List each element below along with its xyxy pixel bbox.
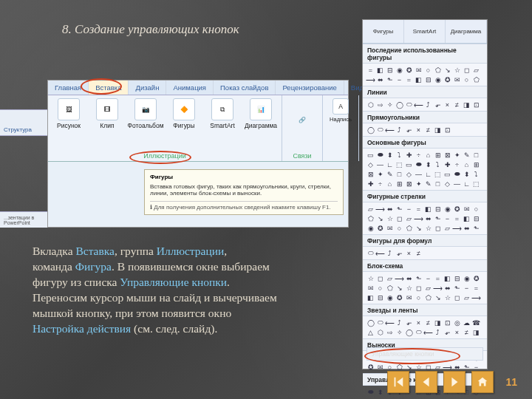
bt-8: Переносим курсор мыши на слайд и вычерчи…	[33, 291, 277, 304]
cmd-textbox-label: Надпись	[330, 116, 352, 123]
shape-glyph: ⟶	[415, 214, 423, 222]
shape-glyph: △	[366, 328, 375, 336]
bt-3: ,	[224, 245, 227, 257]
bt-h2: Иллюстрации	[157, 245, 225, 257]
ribbon-screenshot: Главная Вставка Дизайн Анимация Показ сл…	[47, 80, 349, 228]
shape-glyph: ⬭	[415, 328, 423, 336]
shape-glyph: ⬐	[434, 100, 442, 109]
shapes-section-body: ⬭⟵⤴⬐×≠	[363, 247, 487, 259]
shape-glyph: ✉	[453, 75, 461, 83]
shape-glyph: ⊟	[472, 214, 480, 222]
shape-glyph: ☆	[405, 284, 413, 292]
shape-glyph: ⬠	[366, 214, 375, 222]
shape-glyph: ⬌	[386, 205, 394, 213]
shape-glyph: ⤵	[472, 170, 480, 178]
cmd-chart-label: Диаграмма	[245, 122, 277, 129]
shape-glyph: ≠	[463, 328, 471, 336]
shape-glyph: ✪	[472, 274, 480, 282]
group-illustrations-label: Иллюстрации	[51, 151, 279, 160]
shape-glyph: −	[472, 363, 480, 371]
shape-glyph: ✉	[376, 363, 384, 371]
tab-animation: Анимация	[166, 81, 214, 95]
shape-glyph: ⬑	[395, 205, 403, 213]
outline-tab: Структура	[0, 109, 47, 136]
cmd-clip-label: Клип	[100, 122, 114, 129]
shape-glyph: ⌂	[386, 180, 394, 188]
shape-glyph: ⬑	[386, 75, 394, 83]
shape-glyph: ◉	[463, 274, 471, 282]
shapes-section-body: ☆◻▱⟶⬌⬑−=◧⊟◉✪✉○⬠↘☆◻▱⟶⬌⬑−=◧⊟◉✪✉○⬠↘☆◻▱⟶	[363, 272, 487, 304]
shape-glyph: ⬑	[415, 274, 423, 282]
shape-glyph: ≠	[453, 100, 461, 109]
bt-10: (см. след. слайд).	[134, 322, 217, 335]
shape-glyph: ◻	[434, 224, 442, 232]
shapes-section: Блок-схема☆◻▱⟶⬌⬑−=◧⊟◉✪✉○⬠↘☆◻▱⟶⬌⬑−=◧⊟◉✪✉○…	[363, 259, 487, 304]
shape-glyph: ◻	[376, 274, 384, 282]
shape-glyph: □	[472, 151, 480, 159]
shape-glyph: ▭	[443, 170, 451, 178]
shape-glyph: ◯	[366, 318, 375, 327]
shape-glyph: ⊟	[424, 75, 432, 83]
bt-4: команда	[33, 260, 75, 273]
first-button[interactable]	[387, 371, 409, 393]
shape-glyph: ⬑	[434, 214, 442, 222]
shape-glyph: ⬚	[472, 180, 480, 188]
shape-glyph: ⊡	[472, 100, 480, 109]
shape-glyph: ×	[415, 318, 423, 327]
shape-glyph: ▱	[463, 293, 471, 301]
shape-glyph: ⬭	[405, 100, 413, 109]
tab-home: Главная	[48, 81, 89, 95]
shape-glyph: ○	[415, 293, 423, 301]
shape-glyph: ⤴	[434, 328, 442, 336]
bt-1: Вкладка	[33, 245, 75, 257]
shape-glyph: ◻	[395, 214, 403, 222]
shape-glyph: ⟶	[443, 363, 451, 371]
shape-glyph: −	[463, 284, 471, 292]
shape-glyph: ⬠	[405, 224, 413, 232]
shape-glyph: ✚	[405, 151, 413, 159]
home-button[interactable]	[471, 371, 494, 393]
shape-glyph: ⇨	[376, 100, 384, 109]
shape-glyph: ◇	[443, 180, 451, 188]
shape-glyph: ◨	[434, 126, 442, 134]
shape-glyph: −	[443, 214, 451, 222]
shape-glyph: ⬌	[405, 274, 413, 282]
cmd-picture-label: Рисунок	[57, 122, 81, 129]
shape-glyph: =	[434, 274, 442, 282]
cmd-clip: 🎞Клип	[89, 98, 125, 129]
shape-glyph: ◧	[415, 75, 423, 83]
shape-glyph: ⬑	[463, 363, 471, 371]
shape-glyph: ☆	[443, 293, 451, 301]
shape-glyph: ◧	[376, 66, 384, 74]
shape-glyph: ⟶	[376, 205, 384, 213]
cmd-shapes-label: Фигуры	[173, 122, 194, 129]
tab-design: Дизайн	[129, 81, 166, 95]
arrow-right-icon	[448, 375, 461, 389]
group-links: 🔗 Связи	[282, 95, 323, 161]
shape-glyph: ✪	[395, 293, 403, 301]
shape-glyph: ✎	[424, 180, 432, 188]
hp-shapes: Фигуры	[363, 20, 404, 43]
shape-glyph: ×	[415, 126, 423, 134]
shape-glyph: ≠	[415, 249, 423, 257]
shape-glyph: ↘	[415, 224, 423, 232]
shape-glyph: ⬐	[395, 249, 403, 257]
shape-glyph: —	[376, 160, 384, 168]
shape-glyph: ⬐	[405, 126, 413, 134]
shape-glyph: ▭	[405, 160, 413, 168]
next-button[interactable]	[443, 371, 466, 393]
prev-button[interactable]	[415, 371, 437, 393]
cmd-album-label: Фотоальбом	[127, 122, 163, 129]
cmd-smartart: ⧉SmartArt	[205, 98, 240, 129]
shape-glyph: ☆	[415, 363, 423, 371]
shapes-section-title: Блок-схема	[363, 259, 487, 272]
shape-glyph: ▱	[405, 214, 413, 222]
shape-glyph: ⤵	[434, 160, 442, 168]
bt-5: . В появившемся окне выбираем	[112, 260, 270, 273]
shape-glyph: ◉	[386, 293, 394, 301]
shapes-section-body: ◯⬭⟵⤴⬐×≠◨⊡◎☁☎△⬡⇨✧◯⬭⟵⤴⬐×≠◨	[363, 316, 487, 338]
shape-glyph: ✉	[463, 205, 471, 213]
shape-glyph: ▱	[443, 224, 451, 232]
shape-glyph: ✉	[405, 293, 413, 301]
nav-buttons: 11	[387, 371, 517, 393]
